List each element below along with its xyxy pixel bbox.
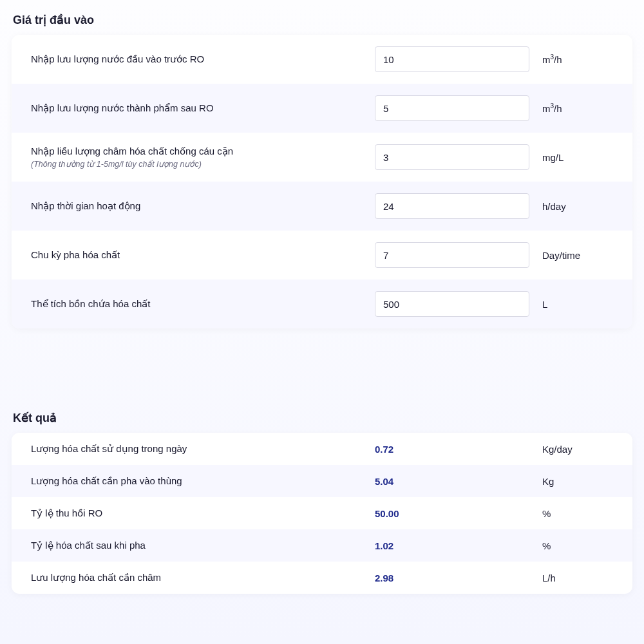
input-label-text: Chu kỳ pha hóa chất: [31, 249, 120, 260]
input-row: Nhập liều lượng châm hóa chất chống cáu …: [12, 133, 632, 182]
input-field-4[interactable]: [375, 242, 529, 268]
input-unit: mg/L: [542, 152, 613, 163]
input-cell: [375, 193, 542, 219]
input-label-text: Thể tích bồn chứa hóa chất: [31, 298, 150, 309]
results-section-title: Kết quả: [13, 411, 632, 425]
input-label: Nhập thời gian hoạt động: [31, 200, 375, 212]
input-label-text: Nhập thời gian hoạt động: [31, 200, 140, 211]
result-value: 50.00: [375, 508, 542, 519]
input-unit: L: [542, 299, 613, 310]
input-label: Chu kỳ pha hóa chất: [31, 249, 375, 261]
input-label: Nhập lưu lượng nước đầu vào trước RO: [31, 53, 375, 65]
input-cell: [375, 46, 542, 72]
result-row: Lượng hóa chất sử dụng trong ngày0.72Kg/…: [12, 433, 632, 465]
input-unit: m3/h: [542, 53, 613, 65]
result-row: Lưu lượng hóa chất cần châm2.98L/h: [12, 562, 632, 594]
input-field-0[interactable]: [375, 46, 529, 72]
result-label: Lưu lượng hóa chất cần châm: [31, 572, 375, 583]
input-cell: [375, 291, 542, 317]
input-cell: [375, 242, 542, 268]
input-field-5[interactable]: [375, 291, 529, 317]
input-label-text: Nhập lưu lượng nước thành phẩm sau RO: [31, 102, 214, 113]
input-unit: h/day: [542, 201, 613, 212]
result-row: Lượng hóa chất cần pha vào thùng5.04Kg: [12, 465, 632, 497]
input-field-2[interactable]: [375, 144, 529, 170]
inputs-section-title: Giá trị đầu vào: [13, 13, 632, 27]
result-label: Tỷ lệ thu hồi RO: [31, 507, 375, 519]
result-row: Tỷ lệ thu hồi RO50.00%: [12, 497, 632, 529]
input-label: Nhập lưu lượng nước thành phẩm sau RO: [31, 102, 375, 114]
input-row: Thể tích bồn chứa hóa chấtL: [12, 279, 632, 328]
input-hint: (Thông thường từ 1-5mg/l tùy chất lượng …: [31, 159, 375, 169]
input-label-text: Nhập lưu lượng nước đầu vào trước RO: [31, 53, 204, 64]
results-card: Lượng hóa chất sử dụng trong ngày0.72Kg/…: [12, 433, 632, 594]
result-value: 0.72: [375, 444, 542, 455]
input-cell: [375, 144, 542, 170]
input-row: Nhập lưu lượng nước thành phẩm sau ROm3/…: [12, 84, 632, 133]
input-field-1[interactable]: [375, 95, 529, 121]
input-cell: [375, 95, 542, 121]
result-unit: Kg/day: [542, 444, 613, 455]
input-label-text: Nhập liều lượng châm hóa chất chống cáu …: [31, 146, 233, 156]
input-row: Chu kỳ pha hóa chấtDay/time: [12, 231, 632, 279]
input-unit: Day/time: [542, 250, 613, 261]
result-row: Tỷ lệ hóa chất sau khi pha1.02%: [12, 529, 632, 562]
input-field-3[interactable]: [375, 193, 529, 219]
input-row: Nhập thời gian hoạt độngh/day: [12, 182, 632, 231]
input-label: Thể tích bồn chứa hóa chất: [31, 298, 375, 310]
result-unit: L/h: [542, 573, 613, 583]
result-value: 5.04: [375, 476, 542, 487]
result-unit: %: [542, 540, 613, 551]
result-label: Lượng hóa chất sử dụng trong ngày: [31, 443, 375, 455]
input-row: Nhập lưu lượng nước đầu vào trước ROm3/h: [12, 35, 632, 84]
inputs-card: Nhập lưu lượng nước đầu vào trước ROm3/h…: [12, 35, 632, 328]
result-value: 2.98: [375, 573, 542, 583]
result-label: Tỷ lệ hóa chất sau khi pha: [31, 540, 375, 551]
result-label: Lượng hóa chất cần pha vào thùng: [31, 475, 375, 487]
result-value: 1.02: [375, 540, 542, 551]
result-unit: %: [542, 508, 613, 519]
input-label: Nhập liều lượng châm hóa chất chống cáu …: [31, 146, 375, 169]
result-unit: Kg: [542, 476, 613, 487]
input-unit: m3/h: [542, 102, 613, 114]
